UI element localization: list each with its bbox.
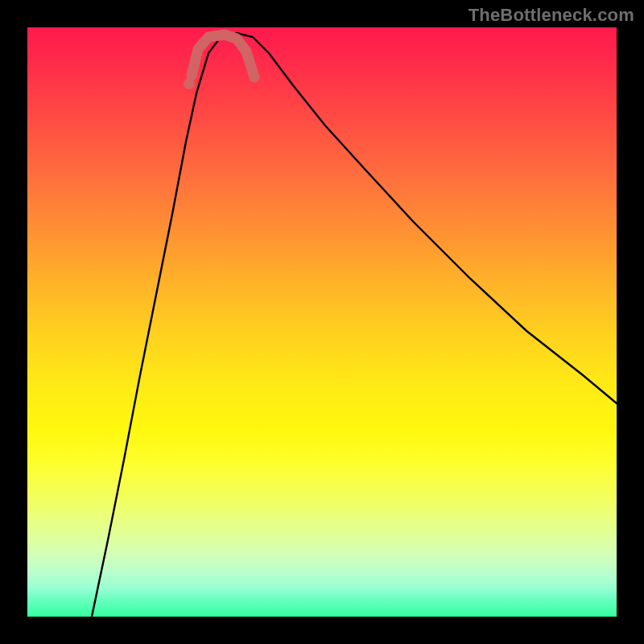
watermark-text: TheBottleneck.com <box>469 5 634 26</box>
minimum-marker <box>184 35 254 89</box>
plot-area <box>27 27 617 617</box>
chart-frame: TheBottleneck.com <box>0 0 644 644</box>
minimum-marker-dot <box>184 78 195 89</box>
curve-layer <box>27 27 617 617</box>
minimum-marker-path <box>192 35 254 77</box>
bottleneck-curve <box>92 33 617 617</box>
